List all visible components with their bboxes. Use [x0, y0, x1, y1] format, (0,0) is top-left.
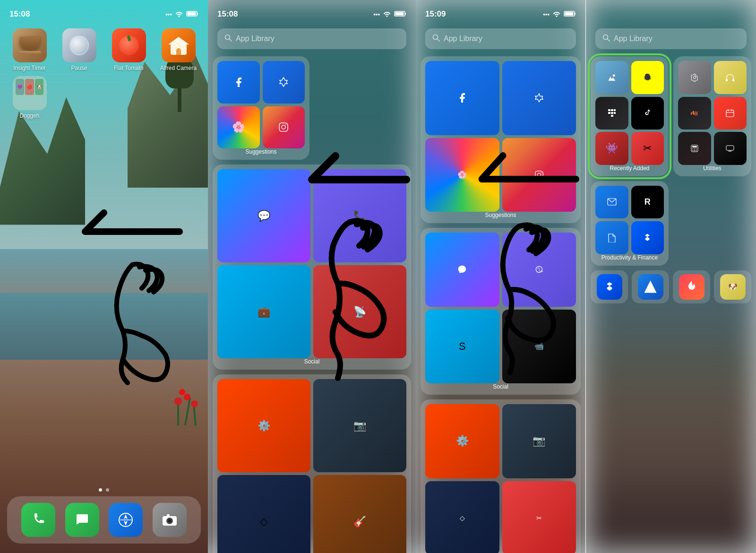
app-icon-alfred [162, 28, 196, 62]
svg-line-16 [230, 39, 232, 41]
svg-rect-32 [608, 109, 610, 111]
svg-rect-38 [611, 115, 613, 117]
app-insight-timer[interactable]: Insight Timer [7, 28, 52, 71]
revolut-icon: R [631, 186, 664, 219]
svg-rect-37 [614, 112, 616, 114]
status-icons-3: ▪▪▪ [543, 10, 576, 18]
settings-icon [678, 61, 711, 94]
app-pause[interactable]: Pause [57, 28, 102, 71]
calculator-icon [678, 132, 711, 165]
app-label-doggeh: Doggeh [19, 112, 39, 119]
svg-rect-17 [279, 123, 288, 131]
app-alfred-camera[interactable]: Alfred Camera [156, 28, 201, 71]
page-dots [99, 488, 109, 492]
doggeh-icon: 🐶 [720, 274, 746, 300]
dropbox2-app[interactable] [591, 270, 628, 303]
panel2-folders: 🌸 Suggestions 💬 📞 [208, 56, 416, 553]
svg-rect-53 [726, 146, 734, 150]
affinity-icon-2: ◇ [217, 475, 310, 553]
search-icon-2 [224, 34, 232, 44]
svg-rect-40 [732, 78, 734, 81]
svg-rect-13 [395, 12, 404, 15]
dot-1 [99, 488, 102, 492]
social-folder-2[interactable]: 💬 📞 💼 📡 Social [213, 164, 411, 370]
app-flat-tomato[interactable]: Flat Tomato [106, 28, 151, 71]
resize-icon-3: ✂ [502, 481, 576, 553]
instagram-icon-2 [263, 106, 305, 149]
search-placeholder-3: App Library [444, 35, 482, 43]
mail-icon [595, 186, 628, 219]
wifi-icon [175, 10, 183, 18]
suggestions-folder-3: 🌸 Suggestions [421, 56, 581, 223]
search-icon-4 [602, 34, 610, 44]
dock-phone[interactable] [21, 503, 55, 537]
suggestions-folder-2[interactable]: 🌸 Suggestions [213, 56, 309, 160]
svg-marker-5 [124, 521, 128, 526]
dock-safari[interactable] [109, 503, 143, 537]
social-label-3: Social [425, 383, 576, 390]
appstore-icon-3 [502, 61, 576, 135]
app-label-insight: Insight Timer [13, 65, 46, 71]
affinity3-app[interactable] [632, 270, 669, 303]
svg-point-49 [696, 148, 696, 149]
viber-icon-3 [502, 233, 576, 307]
svg-rect-36 [611, 112, 613, 114]
search-bar-2[interactable]: App Library [217, 28, 406, 49]
social-label-2: Social [217, 358, 406, 365]
app-icon-pause [62, 28, 96, 62]
utilities-folder[interactable]: Utilities [673, 56, 751, 176]
appstore-icon-2 [263, 61, 305, 104]
svg-line-24 [438, 39, 440, 41]
messenger-icon-2: 💬 [217, 169, 310, 262]
search-bar-3[interactable]: App Library [425, 28, 576, 49]
row-1: 🌸 Suggestions [213, 56, 411, 160]
doggeh-app[interactable]: 🐶 [714, 270, 751, 303]
recently-added-folder[interactable]: 👾 ✂ Recently Added [591, 56, 669, 176]
svg-rect-11 [167, 514, 170, 517]
panel3-left: 15:09 ▪▪▪ App Library [416, 0, 586, 553]
svg-rect-39 [726, 78, 728, 81]
keypad-icon [595, 97, 628, 130]
svg-point-10 [168, 519, 171, 522]
panel2-content: 15:08 ▪▪▪ App Library [208, 0, 416, 553]
dock-camera[interactable] [153, 503, 187, 537]
periscope-icon-2: 📡 [313, 265, 406, 358]
instagram-icon-3 [502, 138, 576, 212]
svg-point-47 [692, 148, 693, 149]
status-icons-2: ▪▪▪ [373, 10, 406, 18]
creativity-folder-2[interactable]: ⚙️ 📷 ◇ 🎸 Creativity [213, 374, 411, 553]
panel3-right-content: App Library [586, 0, 756, 553]
social-folder-partial [314, 56, 411, 160]
battery-icon-2 [394, 10, 406, 18]
wifi-icon-2 [383, 10, 391, 18]
svg-point-18 [282, 125, 285, 129]
folder-icon-doggeh: 💜 🔴 🐶 [13, 76, 47, 110]
social-section-3: S 📹 Social [421, 228, 581, 395]
panel3-app-library: 15:09 ▪▪▪ App Library [416, 0, 756, 553]
search-bar-4[interactable]: App Library [595, 28, 747, 49]
svg-point-19 [285, 124, 286, 125]
status-bar-3: 15:09 ▪▪▪ [416, 0, 585, 24]
viber-icon-2: 📞 [313, 169, 406, 262]
waveform-icon [678, 97, 711, 130]
svg-point-27 [541, 172, 541, 173]
gear-icon-2: ⚙️ [217, 379, 310, 472]
productivity-folder[interactable]: R Productivity & Finance [591, 181, 669, 266]
grid-placeholder [673, 181, 751, 266]
gear-icon-3: ⚙️ [425, 404, 499, 478]
files-icon [595, 221, 628, 254]
svg-rect-22 [575, 13, 576, 15]
suggestions-label-2: Suggestions [217, 148, 305, 155]
signal-icon-2: ▪▪▪ [373, 11, 380, 18]
signal-icon-3: ▪▪▪ [543, 11, 550, 18]
snapchat-icon [631, 61, 664, 94]
homescreen-panel: 15:08 ▪▪▪ Insight Timer [0, 0, 208, 553]
creativity-section-3: ⚙️ 📷 ◇ ✂ Creativity [421, 399, 581, 553]
tinder-app[interactable] [673, 270, 710, 303]
svg-point-48 [694, 148, 695, 149]
app-label-flattomato: Flat Tomato [114, 65, 143, 71]
svg-rect-1 [188, 12, 196, 15]
signal-icon: ▪▪▪ [165, 11, 172, 18]
dock-messages[interactable] [65, 503, 99, 537]
app-doggeh[interactable]: 💜 🔴 🐶 Doggeh [7, 76, 52, 119]
